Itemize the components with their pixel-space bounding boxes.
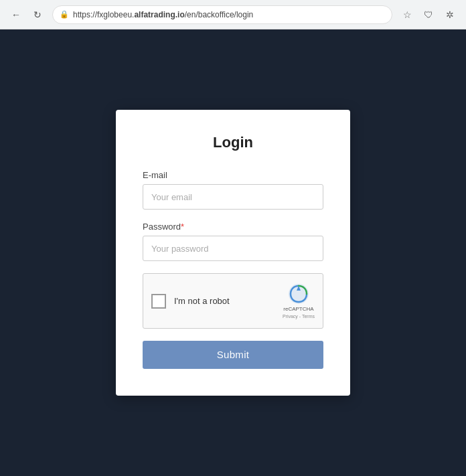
address-bar[interactable]: 🔒 https://fxglobeeu.alfatrading.io/en/ba… (52, 5, 392, 24)
password-input[interactable] (143, 236, 323, 261)
back-button[interactable]: ← (7, 5, 25, 24)
shield-button[interactable]: 🛡 (419, 5, 438, 24)
recaptcha-logo-icon (288, 283, 309, 305)
password-group: Password* (143, 222, 323, 261)
email-group: E-mail (143, 170, 323, 210)
recaptcha-brand-text: reCAPTCHA (283, 306, 313, 313)
recaptcha-label: I'm not a robot (174, 296, 230, 306)
submit-button[interactable]: Submit (143, 341, 323, 369)
browser-chrome: ← ↻ 🔒 https://fxglobeeu.alfatrading.io/e… (0, 0, 466, 29)
recaptcha-right: reCAPTCHA Privacy - Terms (283, 283, 315, 319)
star-button[interactable]: ☆ (398, 5, 416, 24)
login-title: Login (143, 134, 323, 151)
email-label: E-mail (143, 170, 323, 180)
login-card: Login E-mail Password* I'm not a robot (116, 110, 350, 396)
browser-actions: ☆ 🛡 ✲ (398, 5, 459, 24)
forward-button[interactable]: ↻ (28, 5, 47, 24)
recaptcha-widget: I'm not a robot reCAPTCHA Privacy - Term… (143, 273, 323, 329)
recaptcha-links-text: Privacy - Terms (283, 314, 315, 319)
browser-navigation: ← ↻ (7, 5, 47, 24)
lock-icon: 🔒 (60, 10, 69, 19)
url-prefix: https://fxglobeeu. (73, 10, 134, 19)
extensions-button[interactable]: ✲ (441, 5, 459, 24)
required-marker: * (181, 222, 184, 232)
url-domain: alfatrading.io (134, 10, 184, 19)
recaptcha-left: I'm not a robot (151, 294, 230, 309)
recaptcha-checkbox[interactable] (151, 294, 166, 309)
page-background: Login E-mail Password* I'm not a robot (0, 29, 466, 476)
password-label: Password* (143, 222, 323, 232)
url-suffix: /en/backoffice/login (185, 10, 254, 19)
email-input[interactable] (143, 184, 323, 210)
url-text: https://fxglobeeu.alfatrading.io/en/back… (73, 10, 253, 19)
